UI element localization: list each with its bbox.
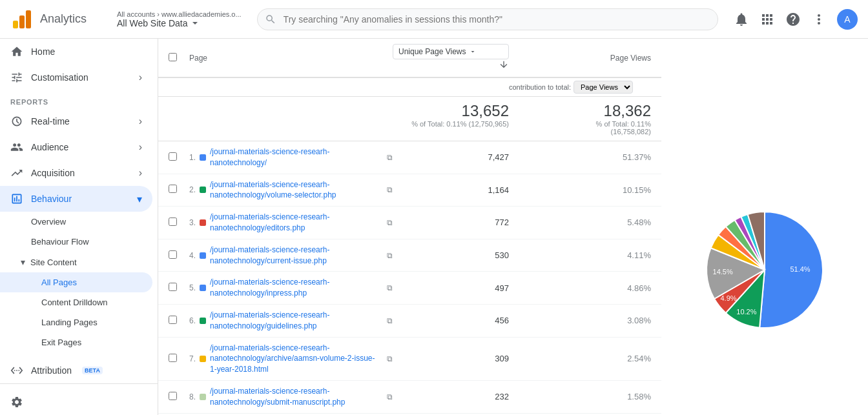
- row-url-link[interactable]: /journal-materials-science-researh-nanot…: [210, 310, 382, 332]
- row-checkbox-0: [169, 152, 189, 163]
- sidebar-item-overview[interactable]: Overview: [0, 212, 152, 232]
- unique-views-col-header: Unique Page Views: [393, 44, 509, 72]
- table-row: 7. /journal-materials-science-researh-na…: [158, 338, 661, 381]
- total-page-views-pct: % of Total: 0.11%: [519, 120, 651, 128]
- copy-icon[interactable]: ⧉: [387, 185, 393, 194]
- row-url-link[interactable]: /journal-materials-science-researh-nanot…: [210, 277, 382, 299]
- sidebar-item-attribution[interactable]: Attribution BETA: [0, 358, 152, 383]
- row-checkbox-3: [169, 250, 189, 261]
- copy-icon[interactable]: ⧉: [387, 392, 393, 401]
- grid-icon[interactable]: [760, 12, 775, 27]
- site-content-label: Site Content: [30, 258, 77, 267]
- row-pct: 1.58%: [509, 392, 651, 401]
- row-url-link[interactable]: /journal-materials-science-researh-nanot…: [210, 179, 382, 201]
- row-url-link[interactable]: /journal-materials-science-researh-nanot…: [210, 212, 382, 234]
- row-unique-views: 1,164: [393, 185, 509, 195]
- customize-icon: [10, 71, 23, 84]
- help-icon[interactable]: [785, 12, 801, 27]
- sidebar-item-home[interactable]: Home: [0, 39, 152, 65]
- row-num: 7.: [189, 354, 196, 363]
- row-url-link[interactable]: /journal-materials-science-researh-nanot…: [210, 245, 382, 267]
- avatar[interactable]: A: [837, 9, 858, 30]
- select-all-checkbox[interactable]: [169, 53, 177, 61]
- row-link-7: 8. /journal-materials-science-researh-na…: [189, 386, 393, 408]
- copy-icon[interactable]: ⧉: [387, 218, 393, 227]
- notifications-icon[interactable]: [734, 12, 749, 27]
- table-row: 3. /journal-materials-science-researh-na…: [158, 207, 661, 239]
- copy-icon[interactable]: ⧉: [387, 153, 393, 162]
- chevron-down-icon: ▾: [21, 257, 25, 267]
- row-unique-views: 497: [393, 283, 509, 293]
- sidebar-site-content-header[interactable]: ▾ Site Content: [0, 252, 158, 272]
- total-page-views-pct2: (16,758,082): [519, 128, 651, 136]
- copy-icon[interactable]: ⧉: [387, 354, 393, 363]
- search-input[interactable]: [257, 8, 718, 30]
- main-content: Page Unique Page Views Page Views: [158, 39, 868, 415]
- sidebar-item-landing-pages[interactable]: Landing Pages: [0, 312, 152, 332]
- expand-behaviour-icon: ▾: [137, 193, 142, 205]
- checkbox-col: [169, 53, 189, 63]
- sidebar-item-behaviour[interactable]: Behaviour ▾: [0, 186, 152, 212]
- sidebar-item-acquisition[interactable]: Acquisition ›: [0, 160, 152, 186]
- total-unique-views: 13,652: [393, 102, 509, 120]
- row-checkbox[interactable]: [169, 283, 177, 291]
- row-pct: 4.86%: [509, 283, 651, 293]
- row-checkbox[interactable]: [169, 185, 177, 193]
- beta-badge: BETA: [82, 367, 103, 374]
- row-link-3: 4. /journal-materials-science-researh-na…: [189, 245, 393, 267]
- sidebar-item-all-pages[interactable]: All Pages: [0, 272, 152, 292]
- body: Home Customisation › REPORTS Real-time ›…: [0, 39, 868, 415]
- row-url-link[interactable]: /journal-materials-science-researh-nanot…: [210, 386, 382, 408]
- sidebar-audience-label: Audience: [31, 142, 68, 152]
- row-link-2: 3. /journal-materials-science-researh-na…: [189, 212, 393, 234]
- row-checkbox[interactable]: [169, 392, 177, 400]
- acquisition-icon: [10, 167, 23, 179]
- row-unique-views: 7,427: [393, 152, 509, 162]
- sidebar-behaviour-label: Behaviour: [31, 194, 72, 204]
- row-checkbox[interactable]: [169, 316, 177, 324]
- sidebar-item-customisation[interactable]: Customisation ›: [0, 65, 152, 90]
- table-row: 6. /journal-materials-science-researh-na…: [158, 305, 661, 338]
- account-name[interactable]: All Web Site Data: [117, 18, 242, 28]
- behaviour-icon: [10, 192, 23, 205]
- copy-icon[interactable]: ⧉: [387, 316, 393, 325]
- table-section: Page Unique Page Views Page Views: [158, 39, 661, 415]
- sidebar-item-behaviour-flow[interactable]: Behaviour Flow: [0, 232, 152, 252]
- sort-arrow[interactable]: [499, 63, 509, 72]
- row-checkbox[interactable]: [169, 250, 177, 259]
- reports-section-label: REPORTS: [0, 90, 158, 108]
- copy-icon[interactable]: ⧉: [387, 251, 393, 260]
- chart-area: 51.4%10.2%4.9%14.5%: [661, 39, 868, 415]
- pie-label: 14.5%: [713, 268, 733, 276]
- svg-rect-1: [19, 15, 25, 28]
- sidebar-item-settings[interactable]: [0, 389, 152, 415]
- sidebar-item-realtime[interactable]: Real-time ›: [0, 108, 152, 134]
- pie-chart: 51.4%10.2%4.9%14.5%: [694, 199, 836, 341]
- totals-row: 13,652 % of Total: 0.11% (12,750,965) 18…: [158, 97, 661, 141]
- sort-dropdown[interactable]: Unique Page Views: [393, 44, 509, 59]
- row-link-1: 2. /journal-materials-science-researh-na…: [189, 179, 393, 201]
- row-color-dot: [200, 394, 206, 400]
- row-link-4: 5. /journal-materials-science-researh-na…: [189, 277, 393, 299]
- sidebar-item-audience[interactable]: Audience ›: [0, 134, 152, 160]
- row-pct: 51.37%: [509, 152, 651, 162]
- row-checkbox[interactable]: [169, 218, 177, 226]
- row-checkbox[interactable]: [169, 354, 177, 362]
- contribution-select[interactable]: Page Views: [574, 81, 633, 94]
- row-checkbox-1: [169, 185, 189, 195]
- row-url-link[interactable]: /journal-materials-science-researh-nanot…: [210, 343, 382, 375]
- row-checkbox[interactable]: [169, 152, 177, 161]
- sidebar-item-content-drilldown[interactable]: Content Drilldown: [0, 292, 152, 312]
- contribution-header: contribution to total: Page Views: [158, 78, 661, 97]
- copy-icon[interactable]: ⧉: [387, 283, 393, 292]
- row-color-dot: [200, 187, 206, 193]
- sidebar-acquisition-label: Acquisition: [31, 168, 75, 178]
- sidebar-item-exit-pages[interactable]: Exit Pages: [0, 332, 152, 352]
- page-col-header: Page: [189, 54, 393, 63]
- svg-rect-2: [26, 10, 31, 28]
- more-icon[interactable]: [811, 12, 827, 27]
- table-header: Page Unique Page Views Page Views: [158, 39, 661, 78]
- row-url-link[interactable]: /journal-materials-science-researh-nanot…: [210, 147, 382, 168]
- attribution-icon: [10, 364, 23, 377]
- row-color-dot: [200, 252, 206, 259]
